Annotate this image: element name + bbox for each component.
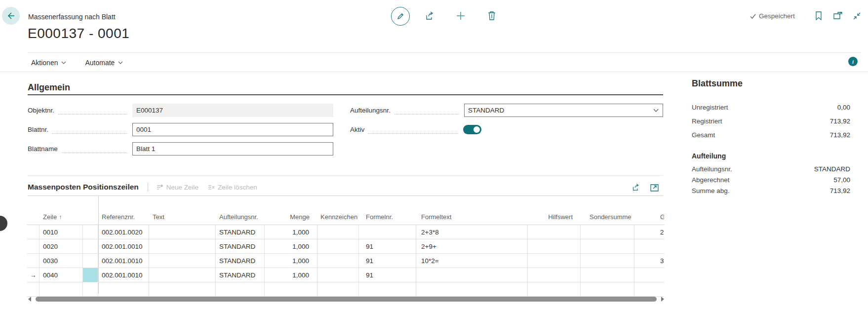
table-row-active[interactable]: → 0040 002.001.0010 STANDARD 1,000 91 bbox=[27, 268, 664, 282]
cell-kennzeichen[interactable] bbox=[317, 225, 359, 239]
cell-referenznr[interactable]: 002.001.0010 bbox=[98, 254, 149, 268]
cell-aufteilungsnr[interactable]: STANDARD bbox=[216, 268, 265, 282]
objektnr-field[interactable] bbox=[132, 104, 333, 117]
cell-sondersumme[interactable] bbox=[581, 254, 634, 268]
delete-button[interactable] bbox=[487, 11, 497, 21]
factbox-value[interactable]: STANDARD bbox=[814, 165, 850, 173]
header-text[interactable]: Text bbox=[149, 209, 216, 225]
grid-open-in-window-button[interactable] bbox=[650, 183, 659, 192]
cell-zeile[interactable] bbox=[39, 282, 83, 296]
cell-gesamt-clipped[interactable] bbox=[634, 239, 664, 253]
cell-formelnr[interactable]: 91 bbox=[359, 254, 416, 268]
cell-zeile[interactable]: 0030 bbox=[39, 254, 83, 268]
horizontal-scrollbar[interactable] bbox=[27, 296, 664, 302]
cell-sondersumme[interactable] bbox=[581, 239, 634, 253]
cell-aufteilungsnr[interactable]: STANDARD bbox=[216, 254, 265, 268]
cell-aufteilungsnr[interactable]: STANDARD bbox=[216, 239, 265, 253]
new-line-button[interactable]: Neue Zeile bbox=[156, 184, 198, 191]
table-row[interactable]: 0020 002.001.0010 STANDARD 1,000 91 2+9+ bbox=[27, 239, 664, 254]
header-menge[interactable]: Menge bbox=[265, 209, 317, 225]
grid-share-button[interactable] bbox=[632, 183, 640, 192]
cell-text[interactable] bbox=[149, 239, 216, 253]
cell-formeltext[interactable] bbox=[416, 268, 528, 282]
factbox-value[interactable]: 713,92 bbox=[830, 117, 850, 125]
cell-sondersumme[interactable] bbox=[581, 282, 634, 296]
cell-zeile[interactable]: 0010 bbox=[39, 225, 83, 239]
cell-text[interactable] bbox=[149, 282, 216, 296]
cell-hilfswert[interactable] bbox=[528, 225, 581, 239]
cell-formeltext[interactable]: 2+3*8 bbox=[416, 225, 528, 239]
header-kennzeichen[interactable]: Kennzeichen bbox=[317, 209, 359, 225]
row-selector-cell[interactable] bbox=[27, 225, 39, 239]
header-zeile[interactable]: Zeile↑ bbox=[39, 209, 83, 225]
factbox-value[interactable]: 713,92 bbox=[830, 131, 850, 139]
cell-referenznr[interactable]: 002.001.0010 bbox=[98, 268, 149, 282]
cell-text[interactable] bbox=[149, 268, 216, 282]
cell-kennzeichen[interactable] bbox=[317, 254, 359, 268]
cell-hilfswert[interactable] bbox=[528, 282, 581, 296]
cell-marker[interactable] bbox=[83, 239, 98, 253]
cell-referenznr[interactable]: 002.001.0020 bbox=[98, 225, 149, 239]
scrollbar-thumb[interactable] bbox=[36, 297, 657, 302]
cell-gesamt-clipped[interactable]: 3 bbox=[634, 254, 664, 268]
collapse-button[interactable] bbox=[853, 12, 861, 20]
delete-line-button[interactable]: Zeile löschen bbox=[207, 184, 257, 191]
cell-menge[interactable]: 1,000 bbox=[265, 239, 317, 253]
aufteilungsnr-dropdown[interactable]: STANDARD bbox=[464, 104, 663, 117]
cell-marker[interactable] bbox=[83, 282, 98, 296]
scroll-left-arrow[interactable] bbox=[28, 297, 31, 302]
blattnr-field[interactable] bbox=[132, 123, 333, 136]
cell-aufteilungsnr[interactable]: STANDARD bbox=[216, 225, 265, 239]
cell-hilfswert[interactable] bbox=[528, 254, 581, 268]
cell-zeile[interactable]: 0020 bbox=[39, 239, 83, 253]
cell-formelnr[interactable] bbox=[359, 225, 416, 239]
cell-zeile[interactable]: 0040 bbox=[39, 268, 83, 282]
cell-text[interactable] bbox=[149, 254, 216, 268]
cell-gesamt-clipped[interactable]: 2 bbox=[634, 225, 664, 239]
cell-kennzeichen[interactable] bbox=[317, 282, 359, 296]
header-hilfswert[interactable]: Hilfswert bbox=[528, 209, 581, 225]
cell-marker-selected[interactable] bbox=[83, 268, 98, 282]
cell-text[interactable] bbox=[149, 225, 216, 239]
side-panel-handle[interactable] bbox=[0, 216, 7, 231]
factbox-value[interactable]: 0,00 bbox=[837, 104, 850, 111]
share-button[interactable] bbox=[425, 11, 435, 21]
bookmark-button[interactable] bbox=[815, 11, 823, 20]
cell-marker[interactable] bbox=[83, 254, 98, 268]
cell-formelnr[interactable]: 91 bbox=[359, 268, 416, 282]
header-gesamt-clipped[interactable]: G bbox=[634, 209, 664, 225]
menu-aktionen[interactable]: Aktionen bbox=[31, 59, 66, 67]
cell-aufteilungsnr[interactable] bbox=[216, 282, 265, 296]
cell-formelnr[interactable]: 91 bbox=[359, 239, 416, 253]
cell-formeltext[interactable]: 10*2= bbox=[416, 254, 528, 268]
cell-hilfswert[interactable] bbox=[528, 268, 581, 282]
cell-menge[interactable]: 1,000 bbox=[265, 225, 317, 239]
cell-referenznr[interactable] bbox=[98, 282, 149, 296]
cell-gesamt-clipped[interactable] bbox=[634, 282, 664, 296]
cell-kennzeichen[interactable] bbox=[317, 239, 359, 253]
cell-sondersumme[interactable] bbox=[581, 268, 634, 282]
cell-hilfswert[interactable] bbox=[528, 239, 581, 253]
open-in-window-button[interactable] bbox=[833, 12, 842, 20]
aktiv-toggle[interactable] bbox=[463, 125, 481, 134]
header-formeltext[interactable]: Formeltext bbox=[416, 209, 528, 225]
row-selector-cell[interactable] bbox=[27, 239, 39, 253]
header-sondersumme[interactable]: Sondersumme bbox=[581, 209, 634, 225]
table-row[interactable]: 0010 002.001.0020 STANDARD 1,000 2+3*8 2 bbox=[27, 225, 664, 239]
cell-formelnr[interactable] bbox=[359, 282, 416, 296]
table-row-empty[interactable] bbox=[27, 282, 664, 297]
cell-menge[interactable]: 1,000 bbox=[265, 268, 317, 282]
new-button[interactable] bbox=[456, 11, 466, 21]
blattname-field[interactable] bbox=[132, 142, 333, 155]
info-button[interactable]: i bbox=[848, 57, 858, 66]
cell-kennzeichen[interactable] bbox=[317, 268, 359, 282]
cell-formeltext[interactable] bbox=[416, 282, 528, 296]
header-formelnr[interactable]: Formelnr. bbox=[359, 209, 416, 225]
cell-menge[interactable] bbox=[265, 282, 317, 296]
cell-referenznr[interactable]: 002.001.0010 bbox=[98, 239, 149, 253]
menu-automate[interactable]: Automate bbox=[85, 59, 123, 67]
cell-marker[interactable] bbox=[83, 225, 98, 239]
factbox-value[interactable]: 57,00 bbox=[833, 176, 850, 184]
cell-formeltext[interactable]: 2+9+ bbox=[416, 239, 528, 253]
header-referenznr[interactable]: Referenznr. bbox=[98, 209, 149, 225]
